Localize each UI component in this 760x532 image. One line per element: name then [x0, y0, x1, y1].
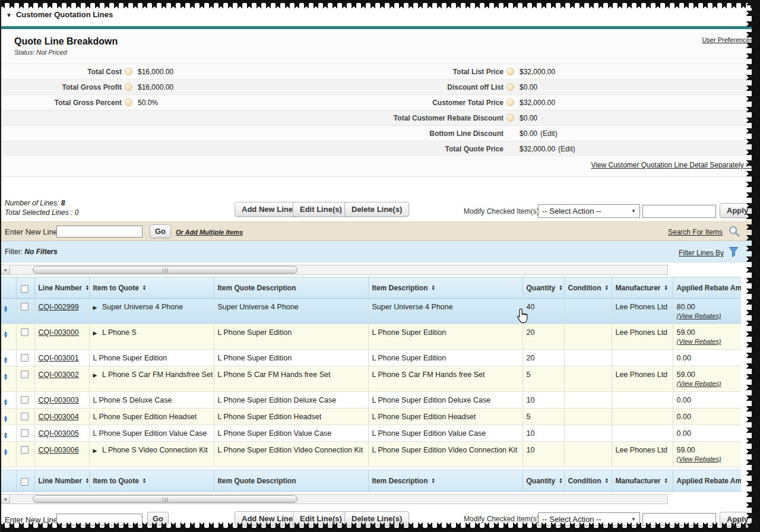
- filter-lines-by-link[interactable]: Filter Lines By: [679, 249, 724, 257]
- expand-icon[interactable]: ▶: [93, 305, 99, 311]
- delete-lines-button[interactable]: Delete Line(s): [344, 202, 409, 217]
- breakdown-field: Total List Price$32,000.00: [368, 64, 740, 79]
- help-icon[interactable]: [506, 114, 514, 122]
- column-header-quantity[interactable]: Quantity▲▼: [522, 470, 564, 492]
- line-number-link[interactable]: CQI-002999: [39, 303, 79, 311]
- column-header-condition[interactable]: Condition▲▼: [564, 277, 612, 299]
- select-all-checkbox[interactable]: [21, 478, 28, 486]
- manufacturer-cell: [612, 392, 673, 408]
- breakdown-row: Total Customer Rebate Discount$0.00: [0, 110, 760, 125]
- go-button[interactable]: Go: [150, 224, 171, 238]
- edit-link[interactable]: (Edit): [558, 145, 575, 153]
- select-all-checkbox[interactable]: [21, 285, 28, 293]
- row-checkbox[interactable]: [21, 303, 28, 311]
- sort-icon[interactable]: ▲▼: [86, 478, 89, 483]
- row-checkbox[interactable]: [21, 396, 28, 404]
- column-header-condition[interactable]: Condition▲▼: [564, 470, 612, 492]
- expand-icon[interactable]: ▶: [93, 330, 99, 336]
- row-checkbox[interactable]: [21, 370, 28, 378]
- table-row: ▲▼CQI-003002▶ L Phone S Car FM Handsfree…: [0, 366, 741, 392]
- view-line-detail-link[interactable]: View Customer Quotation Line Detail Sepa…: [591, 161, 754, 169]
- sort-icon[interactable]: ▲▼: [142, 285, 146, 290]
- column-header-item-description[interactable]: Item Description▲▼: [368, 277, 522, 299]
- help-icon[interactable]: [125, 99, 132, 106]
- horizontal-scrollbar-bottom[interactable]: ◄: [0, 494, 668, 504]
- help-icon[interactable]: [506, 99, 514, 106]
- filter-funnel-icon[interactable]: [729, 246, 739, 258]
- scroll-left-button[interactable]: ◄: [1, 265, 10, 274]
- add-multiple-items-link[interactable]: Or Add Multiple Items: [176, 229, 243, 236]
- enter-new-line-input[interactable]: [56, 226, 142, 238]
- sort-icon[interactable]: ▲▼: [604, 478, 608, 483]
- horizontal-scrollbar-top[interactable]: ◄: [0, 265, 668, 275]
- column-header-manufacturer[interactable]: Manufacturer▲▼: [612, 277, 673, 299]
- edit-link[interactable]: (Edit): [540, 129, 558, 138]
- line-number-link[interactable]: CQI-003002: [39, 370, 79, 379]
- help-icon[interactable]: [506, 68, 514, 75]
- sort-icon[interactable]: ▲▼: [86, 285, 89, 290]
- scroll-left-button[interactable]: ◄: [1, 495, 10, 504]
- column-header-item-to-quote[interactable]: Item to Quote▲▼: [89, 277, 214, 299]
- column-header-line-number[interactable]: Line Number▲▼: [34, 470, 89, 492]
- row-checkbox[interactable]: [21, 446, 28, 454]
- reorder-handle-icon[interactable]: ▲▼: [3, 373, 8, 380]
- column-header-label: Item Quote Description: [218, 477, 296, 485]
- line-number-cell: CQI-003005: [34, 425, 89, 442]
- sort-icon[interactable]: ▲▼: [432, 285, 435, 290]
- sort-icon[interactable]: ▲▼: [664, 478, 668, 483]
- reorder-handle-icon[interactable]: ▲▼: [3, 415, 8, 422]
- add-new-line-button[interactable]: Add New Line: [235, 202, 300, 217]
- line-number-link[interactable]: CQI-003004: [39, 413, 79, 421]
- expand-icon[interactable]: ▶: [93, 372, 99, 378]
- manufacturer-cell: Lee Phones Ltd: [612, 366, 673, 392]
- view-rebates-link[interactable]: (View Rebates): [677, 338, 721, 345]
- reorder-handle-icon[interactable]: ▲▼: [3, 305, 8, 312]
- line-number-link[interactable]: CQI-003001: [39, 354, 79, 362]
- field-label: Total List Price: [368, 68, 504, 76]
- scrollbar-thumb[interactable]: [33, 266, 297, 274]
- help-icon[interactable]: [125, 83, 132, 91]
- sort-icon[interactable]: ▲▼: [559, 478, 562, 483]
- line-number-link[interactable]: CQI-003006: [39, 446, 79, 454]
- view-rebates-link[interactable]: (View Rebates): [677, 312, 721, 319]
- item-to-quote-cell: ▶ L Phone S Car FM Handsfree Set: [89, 366, 214, 392]
- sort-icon[interactable]: ▲▼: [142, 478, 146, 483]
- line-number-link[interactable]: CQI-003000: [39, 328, 79, 337]
- edit-lines-button[interactable]: Edit Line(s): [293, 202, 349, 217]
- reorder-handle-icon[interactable]: ▲▼: [3, 398, 8, 406]
- sort-icon[interactable]: ▲▼: [664, 285, 668, 290]
- column-header-manufacturer[interactable]: Manufacturer▲▼: [612, 470, 673, 492]
- view-rebates-link[interactable]: (View Rebates): [677, 380, 721, 387]
- line-number-link[interactable]: CQI-003005: [39, 429, 79, 438]
- column-header-item-to-quote[interactable]: Item to Quote▲▼: [89, 470, 214, 492]
- view-rebates-link[interactable]: (View Rebates): [677, 455, 721, 463]
- select-action-dropdown[interactable]: -- Select Action -- ▼: [538, 204, 640, 218]
- modify-checked-label: Modify Checked Item(s):: [464, 207, 541, 216]
- item-to-quote-text: L Phone Super Edition: [93, 354, 167, 362]
- list-toolbar-top: Number of Lines: 8 Total Selected Lines …: [0, 198, 760, 221]
- reorder-handle-icon[interactable]: ▲▼: [3, 356, 8, 363]
- row-checkbox[interactable]: [21, 328, 28, 336]
- scrollbar-thumb[interactable]: [33, 495, 297, 503]
- sort-icon[interactable]: ▲▼: [432, 478, 435, 483]
- reorder-handle-icon[interactable]: ▲▼: [3, 448, 8, 455]
- column-header-quantity[interactable]: Quantity▲▼: [522, 277, 564, 299]
- line-number-link[interactable]: CQI-003003: [39, 396, 79, 404]
- search-icon[interactable]: [728, 225, 740, 238]
- modify-value-input[interactable]: [642, 205, 716, 218]
- search-for-items-link[interactable]: Search For Items: [668, 228, 723, 236]
- reorder-handle-icon[interactable]: ▲▼: [3, 331, 8, 338]
- sort-icon[interactable]: ▲▼: [604, 285, 608, 290]
- column-header-item-description[interactable]: Item Description▲▼: [368, 470, 522, 492]
- column-header-line-number[interactable]: Line Number▲▼: [34, 277, 89, 299]
- sort-icon[interactable]: ▲▼: [559, 285, 562, 290]
- row-checkbox[interactable]: [21, 429, 28, 437]
- help-icon[interactable]: [506, 83, 514, 91]
- expand-icon[interactable]: ▶: [93, 448, 99, 454]
- reorder-handle-icon[interactable]: ▲▼: [3, 432, 8, 439]
- row-checkbox[interactable]: [21, 354, 28, 362]
- row-checkbox[interactable]: [21, 413, 28, 420]
- help-icon[interactable]: [125, 68, 132, 75]
- column-header-applied-rebate-amou: Applied Rebate Amou: [673, 470, 741, 492]
- collapse-icon[interactable]: ▼: [6, 12, 12, 18]
